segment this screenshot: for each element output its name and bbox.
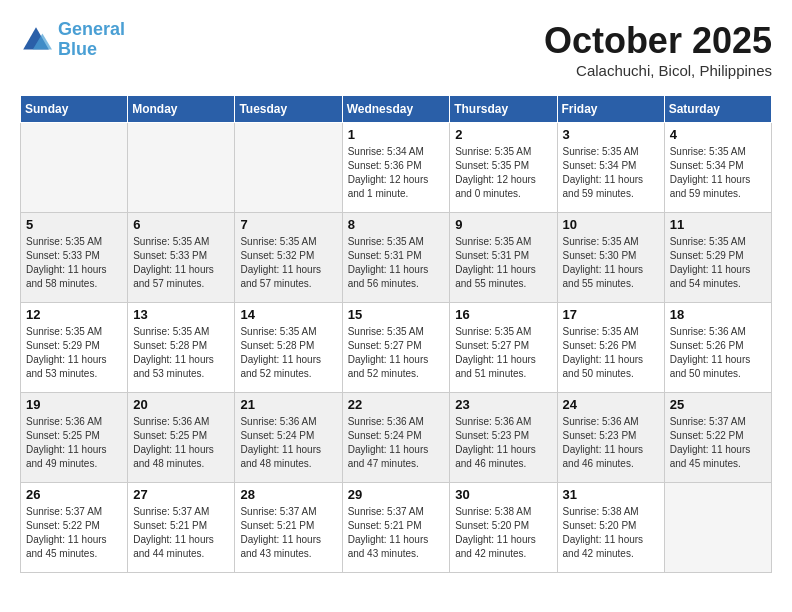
day-info: Sunrise: 5:35 AM Sunset: 5:27 PM Dayligh… (455, 325, 551, 381)
calendar-cell: 8Sunrise: 5:35 AM Sunset: 5:31 PM Daylig… (342, 213, 450, 303)
day-number: 22 (348, 397, 445, 412)
calendar-cell: 25Sunrise: 5:37 AM Sunset: 5:22 PM Dayli… (664, 393, 771, 483)
day-info: Sunrise: 5:35 AM Sunset: 5:27 PM Dayligh… (348, 325, 445, 381)
day-number: 26 (26, 487, 122, 502)
day-number: 23 (455, 397, 551, 412)
calendar-cell: 24Sunrise: 5:36 AM Sunset: 5:23 PM Dayli… (557, 393, 664, 483)
calendar-cell: 16Sunrise: 5:35 AM Sunset: 5:27 PM Dayli… (450, 303, 557, 393)
calendar-table: SundayMondayTuesdayWednesdayThursdayFrid… (20, 95, 772, 573)
calendar-cell: 3Sunrise: 5:35 AM Sunset: 5:34 PM Daylig… (557, 123, 664, 213)
day-number: 27 (133, 487, 229, 502)
day-number: 2 (455, 127, 551, 142)
calendar-week-2: 5Sunrise: 5:35 AM Sunset: 5:33 PM Daylig… (21, 213, 772, 303)
day-number: 10 (563, 217, 659, 232)
day-info: Sunrise: 5:35 AM Sunset: 5:26 PM Dayligh… (563, 325, 659, 381)
calendar-cell: 10Sunrise: 5:35 AM Sunset: 5:30 PM Dayli… (557, 213, 664, 303)
day-info: Sunrise: 5:34 AM Sunset: 5:36 PM Dayligh… (348, 145, 445, 201)
day-info: Sunrise: 5:36 AM Sunset: 5:24 PM Dayligh… (348, 415, 445, 471)
day-number: 16 (455, 307, 551, 322)
calendar-cell: 21Sunrise: 5:36 AM Sunset: 5:24 PM Dayli… (235, 393, 342, 483)
calendar-cell: 7Sunrise: 5:35 AM Sunset: 5:32 PM Daylig… (235, 213, 342, 303)
calendar-cell (21, 123, 128, 213)
calendar-cell: 20Sunrise: 5:36 AM Sunset: 5:25 PM Dayli… (128, 393, 235, 483)
calendar-cell: 31Sunrise: 5:38 AM Sunset: 5:20 PM Dayli… (557, 483, 664, 573)
logo-line2: Blue (58, 39, 97, 59)
day-number: 14 (240, 307, 336, 322)
logo-line1: General (58, 19, 125, 39)
days-of-week-row: SundayMondayTuesdayWednesdayThursdayFrid… (21, 96, 772, 123)
day-number: 5 (26, 217, 122, 232)
calendar-cell: 2Sunrise: 5:35 AM Sunset: 5:35 PM Daylig… (450, 123, 557, 213)
day-number: 21 (240, 397, 336, 412)
day-number: 31 (563, 487, 659, 502)
month-title: October 2025 (544, 20, 772, 62)
calendar-cell: 30Sunrise: 5:38 AM Sunset: 5:20 PM Dayli… (450, 483, 557, 573)
calendar-week-4: 19Sunrise: 5:36 AM Sunset: 5:25 PM Dayli… (21, 393, 772, 483)
day-number: 6 (133, 217, 229, 232)
day-number: 3 (563, 127, 659, 142)
calendar-cell: 11Sunrise: 5:35 AM Sunset: 5:29 PM Dayli… (664, 213, 771, 303)
day-info: Sunrise: 5:37 AM Sunset: 5:22 PM Dayligh… (26, 505, 122, 561)
calendar-cell: 12Sunrise: 5:35 AM Sunset: 5:29 PM Dayli… (21, 303, 128, 393)
day-info: Sunrise: 5:35 AM Sunset: 5:35 PM Dayligh… (455, 145, 551, 201)
calendar-cell: 13Sunrise: 5:35 AM Sunset: 5:28 PM Dayli… (128, 303, 235, 393)
day-header-saturday: Saturday (664, 96, 771, 123)
logo-text: General Blue (58, 20, 125, 60)
day-number: 4 (670, 127, 766, 142)
day-info: Sunrise: 5:36 AM Sunset: 5:25 PM Dayligh… (133, 415, 229, 471)
day-info: Sunrise: 5:35 AM Sunset: 5:29 PM Dayligh… (26, 325, 122, 381)
day-info: Sunrise: 5:35 AM Sunset: 5:32 PM Dayligh… (240, 235, 336, 291)
day-info: Sunrise: 5:35 AM Sunset: 5:28 PM Dayligh… (133, 325, 229, 381)
calendar-cell: 6Sunrise: 5:35 AM Sunset: 5:33 PM Daylig… (128, 213, 235, 303)
day-info: Sunrise: 5:36 AM Sunset: 5:26 PM Dayligh… (670, 325, 766, 381)
calendar-cell: 28Sunrise: 5:37 AM Sunset: 5:21 PM Dayli… (235, 483, 342, 573)
day-header-sunday: Sunday (21, 96, 128, 123)
calendar-cell: 22Sunrise: 5:36 AM Sunset: 5:24 PM Dayli… (342, 393, 450, 483)
day-info: Sunrise: 5:37 AM Sunset: 5:21 PM Dayligh… (133, 505, 229, 561)
day-number: 7 (240, 217, 336, 232)
calendar-cell: 1Sunrise: 5:34 AM Sunset: 5:36 PM Daylig… (342, 123, 450, 213)
day-number: 25 (670, 397, 766, 412)
calendar-cell: 5Sunrise: 5:35 AM Sunset: 5:33 PM Daylig… (21, 213, 128, 303)
calendar-week-1: 1Sunrise: 5:34 AM Sunset: 5:36 PM Daylig… (21, 123, 772, 213)
calendar-cell: 17Sunrise: 5:35 AM Sunset: 5:26 PM Dayli… (557, 303, 664, 393)
day-number: 24 (563, 397, 659, 412)
day-header-monday: Monday (128, 96, 235, 123)
calendar-week-3: 12Sunrise: 5:35 AM Sunset: 5:29 PM Dayli… (21, 303, 772, 393)
day-number: 18 (670, 307, 766, 322)
logo: General Blue (20, 20, 125, 60)
calendar-body: 1Sunrise: 5:34 AM Sunset: 5:36 PM Daylig… (21, 123, 772, 573)
page-header: General Blue October 2025 Calachuchi, Bi… (20, 20, 772, 79)
day-info: Sunrise: 5:35 AM Sunset: 5:33 PM Dayligh… (26, 235, 122, 291)
day-info: Sunrise: 5:36 AM Sunset: 5:23 PM Dayligh… (563, 415, 659, 471)
day-info: Sunrise: 5:35 AM Sunset: 5:29 PM Dayligh… (670, 235, 766, 291)
day-info: Sunrise: 5:37 AM Sunset: 5:21 PM Dayligh… (348, 505, 445, 561)
title-block: October 2025 Calachuchi, Bicol, Philippi… (544, 20, 772, 79)
calendar-cell: 14Sunrise: 5:35 AM Sunset: 5:28 PM Dayli… (235, 303, 342, 393)
calendar-cell: 18Sunrise: 5:36 AM Sunset: 5:26 PM Dayli… (664, 303, 771, 393)
day-info: Sunrise: 5:35 AM Sunset: 5:31 PM Dayligh… (348, 235, 445, 291)
day-number: 17 (563, 307, 659, 322)
calendar-week-5: 26Sunrise: 5:37 AM Sunset: 5:22 PM Dayli… (21, 483, 772, 573)
calendar-cell: 9Sunrise: 5:35 AM Sunset: 5:31 PM Daylig… (450, 213, 557, 303)
day-info: Sunrise: 5:37 AM Sunset: 5:21 PM Dayligh… (240, 505, 336, 561)
day-number: 8 (348, 217, 445, 232)
day-number: 9 (455, 217, 551, 232)
day-info: Sunrise: 5:35 AM Sunset: 5:34 PM Dayligh… (670, 145, 766, 201)
calendar-cell (235, 123, 342, 213)
day-number: 12 (26, 307, 122, 322)
day-info: Sunrise: 5:36 AM Sunset: 5:25 PM Dayligh… (26, 415, 122, 471)
day-number: 28 (240, 487, 336, 502)
day-info: Sunrise: 5:36 AM Sunset: 5:23 PM Dayligh… (455, 415, 551, 471)
calendar-cell: 26Sunrise: 5:37 AM Sunset: 5:22 PM Dayli… (21, 483, 128, 573)
day-info: Sunrise: 5:35 AM Sunset: 5:33 PM Dayligh… (133, 235, 229, 291)
calendar-cell: 29Sunrise: 5:37 AM Sunset: 5:21 PM Dayli… (342, 483, 450, 573)
calendar-cell: 27Sunrise: 5:37 AM Sunset: 5:21 PM Dayli… (128, 483, 235, 573)
calendar-cell: 23Sunrise: 5:36 AM Sunset: 5:23 PM Dayli… (450, 393, 557, 483)
day-info: Sunrise: 5:35 AM Sunset: 5:34 PM Dayligh… (563, 145, 659, 201)
calendar-cell (664, 483, 771, 573)
day-info: Sunrise: 5:35 AM Sunset: 5:30 PM Dayligh… (563, 235, 659, 291)
day-header-friday: Friday (557, 96, 664, 123)
day-number: 1 (348, 127, 445, 142)
day-number: 19 (26, 397, 122, 412)
